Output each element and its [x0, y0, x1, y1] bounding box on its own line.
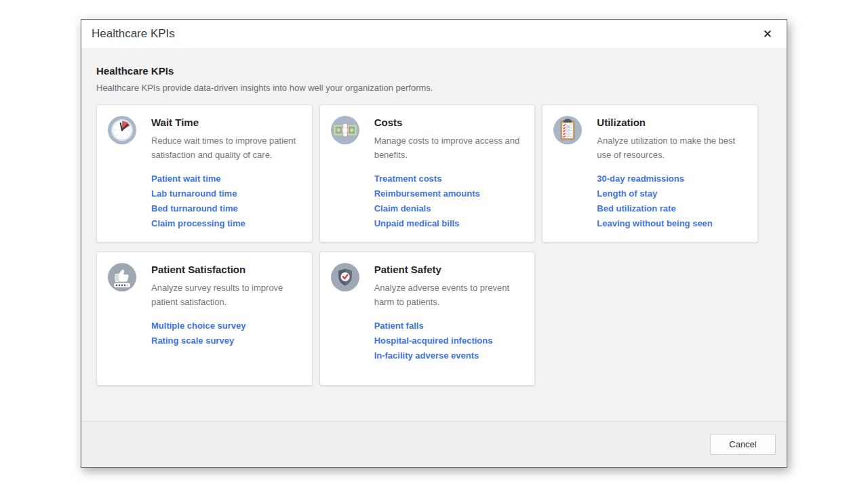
kpi-link[interactable]: Patient falls — [374, 319, 424, 333]
clipboard-icon — [553, 116, 582, 144]
kpi-link[interactable]: Claim processing time — [151, 216, 245, 231]
dialog-titlebar: Healthcare KPIs ✕ — [81, 20, 787, 48]
kpi-card-grid: Wait Time Reduce wait times to improve p… — [96, 104, 758, 386]
kpi-card-links: Patient fallsHospital-acquired infection… — [374, 319, 524, 363]
kpi-link[interactable]: Unpaid medical bills — [374, 216, 460, 231]
kpi-card-title: Wait Time — [151, 117, 301, 128]
kpi-card-links: Treatment costsReimbursement amountsClai… — [374, 171, 524, 231]
dialog-footer: Cancel — [81, 421, 787, 467]
kpi-card: Patient Satisfaction Analyze survey resu… — [96, 251, 313, 386]
kpi-link[interactable]: Hospital-acquired infections — [374, 333, 493, 348]
money-icon — [331, 116, 359, 144]
kpi-card-description: Analyze utilization to make the best use… — [597, 134, 747, 162]
content-heading: Healthcare KPIs — [96, 65, 772, 77]
kpi-card-links: 30-day readmissionsLength of stayBed uti… — [597, 171, 747, 231]
close-icon[interactable]: ✕ — [759, 26, 776, 43]
kpi-card-title: Utilization — [597, 117, 747, 128]
content-subtitle: Healthcare KPIs provide data-driven insi… — [96, 83, 772, 93]
kpi-card-title: Patient Safety — [374, 264, 524, 275]
healthcare-kpis-dialog: Healthcare KPIs ✕ Healthcare KPIs Health… — [81, 19, 787, 468]
kpi-link[interactable]: Lab turnaround time — [151, 186, 237, 201]
dialog-content: Healthcare KPIs Healthcare KPIs provide … — [81, 48, 787, 421]
kpi-link[interactable]: Claim denials — [374, 201, 431, 216]
kpi-card: Utilization Analyze utilization to make … — [542, 104, 758, 243]
kpi-link[interactable]: Treatment costs — [374, 171, 442, 186]
kpi-link[interactable]: Bed utilization rate — [597, 201, 675, 216]
kpi-card-description: Analyze survey results to improve patien… — [151, 281, 301, 309]
kpi-link[interactable]: Bed turnaround time — [151, 201, 238, 216]
kpi-card-title: Patient Satisfaction — [151, 264, 301, 275]
shield-icon — [331, 263, 359, 291]
kpi-link[interactable]: Leaving without being seen — [597, 216, 712, 231]
kpi-card: Patient Safety Analyze adverse events to… — [319, 251, 536, 386]
kpi-card-title: Costs — [374, 117, 524, 128]
kpi-link[interactable]: 30-day readmissions — [597, 171, 684, 186]
kpi-card: Wait Time Reduce wait times to improve p… — [96, 104, 313, 243]
kpi-link[interactable]: In-facility adverse events — [374, 348, 479, 363]
kpi-card-description: Reduce wait times to improve patient sat… — [151, 134, 301, 162]
kpi-link[interactable]: Length of stay — [597, 186, 657, 201]
thumbs-up-icon — [108, 263, 136, 291]
kpi-card-description: Manage costs to improve access and benef… — [374, 134, 524, 162]
kpi-card-description: Analyze adverse events to prevent harm t… — [374, 281, 524, 309]
kpi-card-links: Patient wait timeLab turnaround timeBed … — [151, 171, 301, 231]
kpi-link[interactable]: Patient wait time — [151, 171, 221, 186]
kpi-card-links: Multiple choice surveyRating scale surve… — [151, 319, 301, 348]
kpi-link[interactable]: Multiple choice survey — [151, 319, 245, 333]
cancel-button[interactable]: Cancel — [710, 434, 776, 455]
clock-icon — [108, 116, 136, 144]
kpi-link[interactable]: Reimbursement amounts — [374, 186, 480, 201]
kpi-card: Costs Manage costs to improve access and… — [319, 104, 536, 243]
dialog-title: Healthcare KPIs — [92, 27, 175, 41]
kpi-link[interactable]: Rating scale survey — [151, 333, 234, 348]
